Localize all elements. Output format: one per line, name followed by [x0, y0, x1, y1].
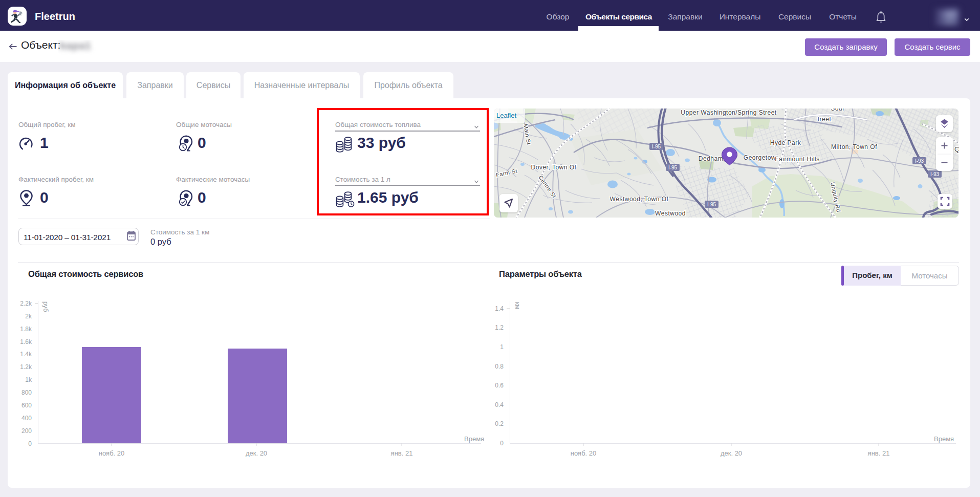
- svg-text:руб: руб: [42, 301, 49, 312]
- svg-text:км: км: [514, 302, 521, 309]
